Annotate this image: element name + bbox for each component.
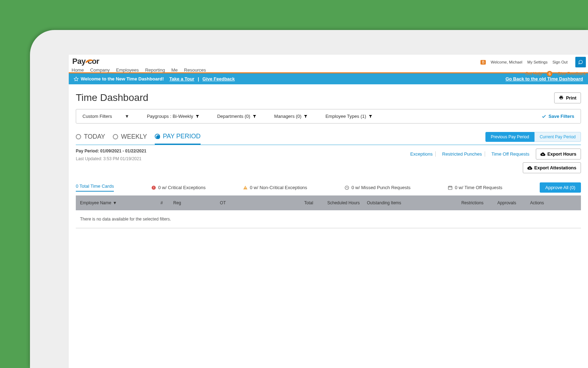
table-header: Employee Name ▼ # Reg OT Total Scheduled… [76,195,581,210]
radio-icon [76,134,81,139]
approve-all-button[interactable]: Approve All (0) [540,182,581,193]
filter-icon [252,114,257,119]
tab-today-label: TODAY [84,133,105,140]
departments-label: Departments (0) [217,114,250,119]
get-help-link[interactable]: Get Help [525,71,542,76]
radio-icon [113,134,118,139]
col-actions[interactable]: Actions [530,200,577,205]
export-attestations-button[interactable]: Export Attestations [523,162,581,173]
col-ot[interactable]: OT [220,200,267,205]
chat-button[interactable] [575,57,586,67]
pay-period-range: Pay Period: 01/09/2021 - 01/22/2021 [76,149,146,153]
save-filters-button[interactable]: Save Filters [541,114,574,119]
stat-noncritical-label: 0 w/ Non-Critical Exceptions [250,185,307,190]
nav-company[interactable]: Company [90,67,110,73]
radio-icon [155,134,160,139]
print-label: Print [566,95,576,101]
tab-weekly[interactable]: WEEKLY [113,133,147,144]
app-screen: Paycor Home Company Employees Reporting … [69,55,588,368]
custom-filters-label: Custom Filters [82,114,112,119]
sort-desc-icon: ▼ [113,200,117,205]
cloud-download-icon [527,165,532,170]
col-name-label: Employee Name [80,200,111,205]
departments-filter[interactable]: Departments (0) [217,114,257,119]
brand-logo: Paycor [72,57,206,66]
time-off-requests-link[interactable]: Time Off Requests [489,151,532,157]
help-count-badge: 6 [547,71,552,77]
swoosh-icon [86,59,94,64]
export-hours-label: Export Hours [547,151,576,157]
tab-pay-period[interactable]: PAY PERIOD [155,133,201,145]
col-scheduled[interactable]: Scheduled Hours [320,200,367,205]
paygroups-filter[interactable]: Paygroups : Bi-Weekly [147,114,200,119]
employee-types-label: Employee Types (1) [325,114,366,119]
svg-marker-0 [74,77,78,81]
nav-me[interactable]: Me [171,67,178,73]
employee-types-filter[interactable]: Employee Types (1) [325,114,372,119]
stat-critical-label: 0 w/ Critical Exceptions [158,185,206,190]
export-attestations-label: Export Attestations [534,165,576,170]
filter-icon [304,114,308,119]
go-back-link[interactable]: Go Back to the old Time Dashboard [506,76,583,82]
banner-feedback-link[interactable]: Give Feedback [202,76,235,82]
stat-missed-punch[interactable]: 0 w/ Missed Punch Requests [344,185,411,190]
chat-icon [578,60,583,65]
no-data-message: There is no data available for the selec… [76,210,581,228]
exceptions-link[interactable]: Exceptions [408,151,436,157]
sign-out-link[interactable]: Sign Out [552,60,568,64]
restricted-punches-link[interactable]: Restricted Punches [439,151,485,157]
welcome-badge: B [480,60,486,65]
svg-rect-3 [448,186,452,189]
col-number[interactable]: # [150,200,173,205]
view-tabs: TODAY WEEKLY PAY PERIOD Previous Pay Per… [76,132,581,145]
error-icon [151,185,156,190]
stats-row: 0 Total Time Cards 0 w/ Critical Excepti… [76,182,581,193]
nav-resources[interactable]: Resources [184,67,206,73]
stat-noncritical[interactable]: 0 w/ Non-Critical Exceptions [243,185,307,190]
save-filters-label: Save Filters [549,114,574,119]
stat-total-cards[interactable]: 0 Total Time Cards [76,183,114,192]
banner-text: Welcome to the New Time Dashboard! [81,76,164,82]
nav-employees[interactable]: Employees [116,67,139,73]
print-button[interactable]: Print [554,92,581,103]
col-outstanding[interactable]: Outstanding Items [367,200,437,205]
device-frame: Paycor Home Company Employees Reporting … [30,30,588,368]
calendar-icon [448,185,453,190]
col-employee-name[interactable]: Employee Name ▼ [80,200,150,205]
page-title: Time Dashboard [76,92,148,103]
check-icon [541,114,546,119]
current-pay-period-button[interactable]: Current Pay Period [534,132,581,142]
filter-icon [368,114,373,119]
nav-reporting[interactable]: Reporting [145,67,165,73]
stat-timeoff[interactable]: 0 w/ Time Off Requests [448,185,502,190]
col-total[interactable]: Total [267,200,320,205]
warning-icon [243,185,248,190]
main-nav: Home Company Employees Reporting Me Reso… [72,67,206,73]
tab-pay-period-label: PAY PERIOD [163,133,201,140]
col-approvals[interactable]: Approvals [483,200,530,205]
top-right: B Welcome, Michael My Settings Sign Out … [480,55,588,77]
cloud-download-icon [540,152,545,157]
tab-weekly-label: WEEKLY [121,133,147,140]
nav-home[interactable]: Home [72,67,84,73]
last-updated: Last Updated: 3:53 PM 01/19/2021 [76,156,146,161]
tab-today[interactable]: TODAY [76,133,105,144]
managers-filter[interactable]: Managers (0) [274,114,308,119]
paygroups-label: Paygroups : Bi-Weekly [147,114,193,119]
give-feedback-link[interactable]: Give Feedback [557,71,586,76]
custom-filters-dropdown[interactable]: Custom Filters ▼ [82,114,129,119]
welcome-text: Welcome, Michael [491,60,522,64]
filter-icon [195,114,200,119]
my-settings-link[interactable]: My Settings [527,60,547,64]
stat-critical[interactable]: 0 w/ Critical Exceptions [151,185,206,190]
take-tour-link[interactable]: Take a Tour [169,76,194,82]
previous-pay-period-button[interactable]: Previous Pay Period [485,132,534,142]
col-reg[interactable]: Reg [173,200,220,205]
col-restrictions[interactable]: Restrictions [437,200,483,205]
clock-icon [344,185,349,190]
export-hours-button[interactable]: Export Hours [536,149,581,159]
print-icon [559,95,564,100]
stat-timeoff-label: 0 w/ Time Off Requests [455,185,502,190]
filter-bar: Custom Filters ▼ Paygroups : Bi-Weekly D… [76,109,581,123]
stat-missed-label: 0 w/ Missed Punch Requests [351,185,411,190]
